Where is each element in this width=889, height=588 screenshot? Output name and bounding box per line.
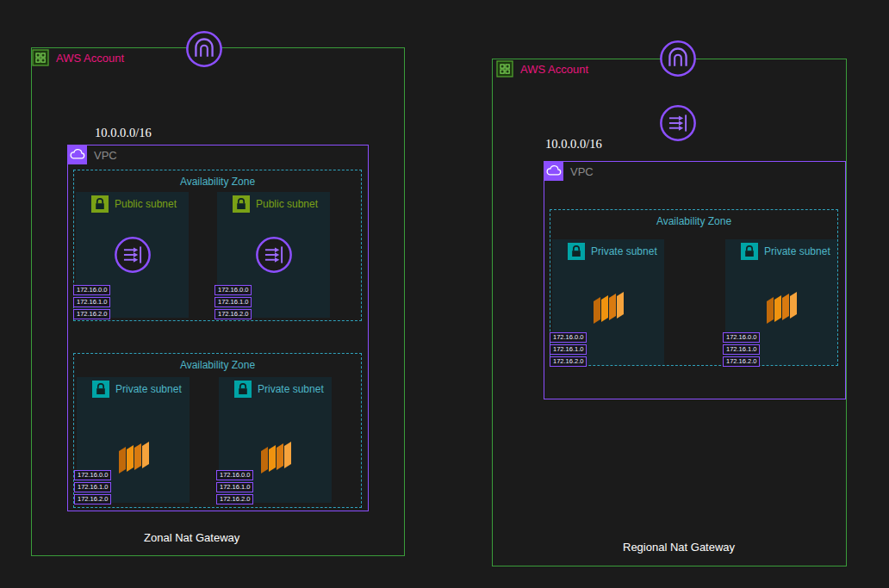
diagram-caption-zonal: Zonal Nat Gateway	[144, 531, 239, 544]
ec2-instances-icon	[585, 284, 631, 331]
availability-zone-box: Availability Zone Private subnet 172.16.…	[73, 353, 362, 508]
vpc-cidr-label: 10.0.0.0/16	[95, 126, 152, 140]
ec2-instances-icon	[758, 284, 805, 331]
ip-label: 172.16.0.0	[73, 285, 110, 295]
ip-label: 172.16.2.0	[550, 356, 587, 367]
private-subnet: Private subnet 172.16.0.0 172.16.1.0 172…	[552, 239, 664, 365]
private-subnet: Private subnet 172.16.0.0 172.16.1.0 172…	[77, 377, 190, 503]
ip-label: 172.16.2.0	[214, 309, 252, 319]
internet-gateway-icon	[184, 29, 224, 69]
ip-label: 172.16.2.0	[74, 494, 111, 504]
ip-label: 172.16.1.0	[74, 482, 111, 492]
subnet-ip-list: 172.16.0.0 172.16.1.0 172.16.2.0	[550, 332, 587, 367]
nat-gateway-icon	[254, 235, 294, 275]
ip-label: 172.16.0.0	[216, 470, 253, 480]
private-subnet: Private subnet 172.16.0.0 172.16.1.0 172…	[219, 377, 332, 503]
vpc-cidr-label: 10.0.0.0/16	[545, 137, 602, 152]
ec2-instances-icon	[110, 434, 157, 480]
ip-label: 172.16.2.0	[73, 309, 110, 319]
internet-gateway-icon	[658, 39, 698, 78]
subnet-ip-list: 172.16.0.0 172.16.1.0 172.16.2.0	[723, 332, 760, 367]
private-subnet-lock-icon	[92, 381, 109, 398]
subnet-label: Public subnet	[115, 198, 177, 210]
diagram-caption-regional: Regional Nat Gateway	[623, 541, 735, 554]
aws-account-tag-zonal: AWS Account	[32, 49, 124, 66]
availability-zone-label: Availability Zone	[74, 170, 361, 188]
ip-label: 172.16.1.0	[723, 344, 760, 355]
diagram-canvas: AWS Account 10.0.0.0/16 VPC Availability…	[0, 0, 889, 588]
public-subnet-lock-icon	[91, 195, 109, 213]
ip-label: 172.16.0.0	[723, 332, 760, 343]
vpc-icon	[68, 145, 87, 164]
subnet-label: Public subnet	[256, 198, 318, 210]
subnet-label: Private subnet	[115, 383, 182, 395]
subnet-label: Private subnet	[591, 245, 657, 257]
vpc-label: VPC	[94, 149, 117, 162]
nat-gateway-icon	[658, 103, 698, 143]
availability-zone-box: Availability Zone Private subnet 172.16.…	[550, 209, 838, 366]
subnet-header: Private subnet	[568, 243, 657, 260]
private-subnet-lock-icon	[234, 381, 252, 398]
vpc-tag-regional: VPC	[544, 162, 594, 181]
availability-zone-label: Availability Zone	[550, 210, 837, 227]
private-subnet-lock-icon	[568, 243, 585, 260]
aws-account-icon	[32, 49, 49, 66]
subnet-header: Private subnet	[92, 381, 182, 398]
ec2-instances-icon	[252, 434, 299, 480]
subnet-ip-list: 172.16.0.0 172.16.1.0 172.16.2.0	[73, 285, 110, 319]
subnet-ip-list: 172.16.0.0 172.16.1.0 172.16.2.0	[74, 470, 111, 504]
ip-label: 172.16.0.0	[74, 470, 111, 480]
subnet-label: Private subnet	[764, 245, 830, 257]
ip-label: 172.16.0.0	[214, 285, 252, 295]
subnet-header: Public subnet	[233, 195, 318, 213]
public-subnet: Public subnet 172.16.0.0 172.16.1.0 172.…	[76, 192, 189, 318]
aws-account-icon	[496, 60, 513, 77]
ip-label: 172.16.1.0	[216, 482, 253, 492]
public-subnet-lock-icon	[233, 195, 250, 213]
vpc-label: VPC	[570, 165, 594, 178]
vpc-icon	[544, 162, 563, 181]
ip-label: 172.16.1.0	[550, 344, 587, 355]
vpc-tag-zonal: VPC	[68, 145, 117, 164]
ip-label: 172.16.1.0	[73, 297, 110, 307]
aws-account-tag-regional: AWS Account	[496, 60, 588, 77]
subnet-ip-list: 172.16.0.0 172.16.1.0 172.16.2.0	[214, 285, 252, 319]
subnet-header: Public subnet	[91, 195, 177, 213]
subnet-header: Private subnet	[234, 381, 324, 398]
subnet-ip-list: 172.16.0.0 172.16.1.0 172.16.2.0	[216, 470, 253, 504]
nat-gateway-icon	[113, 235, 152, 275]
availability-zone-label: Availability Zone	[74, 354, 361, 371]
availability-zone-box: Availability Zone Public subnet 172.16.0…	[73, 170, 362, 321]
subnet-label: Private subnet	[258, 383, 324, 395]
private-subnet: Private subnet 172.16.0.0 172.16.1.0 172…	[725, 239, 837, 365]
ip-label: 172.16.2.0	[723, 356, 760, 367]
private-subnet-lock-icon	[741, 243, 758, 260]
aws-account-label: AWS Account	[56, 52, 124, 65]
ip-label: 172.16.0.0	[550, 332, 587, 343]
public-subnet: Public subnet 172.16.0.0 172.16.1.0 172.…	[217, 192, 330, 318]
ip-label: 172.16.1.0	[214, 297, 252, 307]
aws-account-label: AWS Account	[520, 63, 588, 76]
subnet-header: Private subnet	[741, 243, 830, 260]
ip-label: 172.16.2.0	[216, 494, 253, 504]
